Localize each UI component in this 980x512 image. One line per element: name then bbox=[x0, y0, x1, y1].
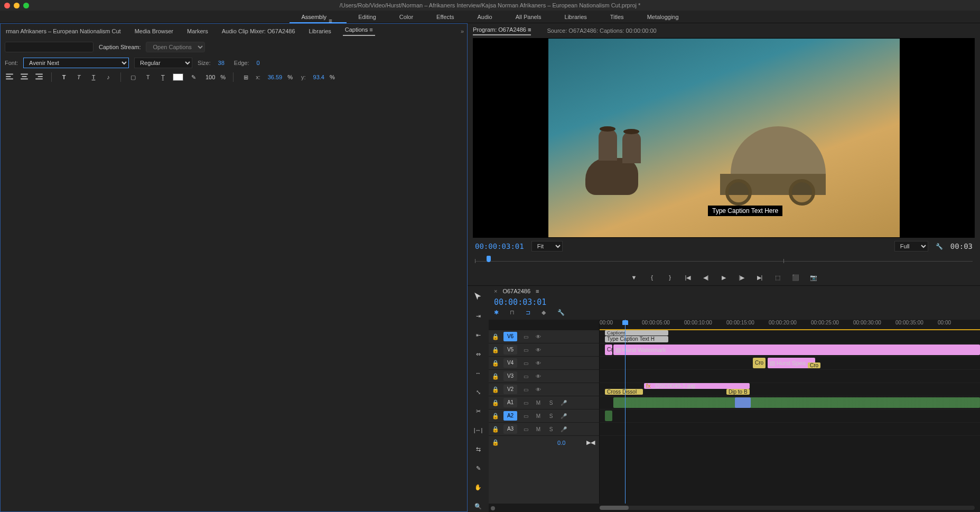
lock-icon[interactable]: 🔒 bbox=[492, 399, 499, 406]
workspace-effects[interactable]: Effects bbox=[425, 11, 465, 23]
bg-box-icon[interactable]: ▢ bbox=[128, 72, 138, 82]
linked-selection-icon[interactable]: ⊐ bbox=[526, 309, 535, 319]
clip-dip-to-black[interactable]: Dip to B bbox=[726, 389, 750, 395]
sync-lock-icon[interactable]: ▭ bbox=[521, 347, 530, 353]
solo-icon[interactable]: S bbox=[547, 413, 555, 419]
clip-audio-a1[interactable] bbox=[613, 397, 980, 408]
tab-media-browser[interactable]: Media Browser bbox=[133, 28, 175, 34]
snap-icon[interactable]: ⊓ bbox=[510, 309, 519, 319]
workspace-titles[interactable]: Titles bbox=[599, 11, 636, 23]
sync-lock-icon[interactable]: ▭ bbox=[521, 413, 530, 419]
hand-tool-icon[interactable]: ✋ bbox=[472, 481, 484, 493]
track-header-a2[interactable]: 🔒A2▭MS🎤 bbox=[489, 409, 599, 423]
sync-lock-icon[interactable]: ▭ bbox=[521, 374, 530, 379]
pen-tool-icon[interactable]: ✎ bbox=[472, 462, 484, 474]
zoom-full-select[interactable]: Full bbox=[894, 241, 928, 252]
clip-hurst-watermark[interactable]: ▧ Hurst Watermark bbox=[613, 345, 980, 355]
size-value[interactable]: 38 bbox=[218, 60, 225, 66]
go-to-out-icon[interactable]: ▶| bbox=[755, 273, 764, 282]
eye-icon[interactable]: 👁 bbox=[534, 347, 543, 353]
clip-track-a2[interactable] bbox=[600, 409, 980, 423]
tab-audio-clip-mixer[interactable]: Audio Clip Mixer: O67A2486 bbox=[220, 28, 297, 34]
clip-cro1[interactable]: Cro bbox=[753, 358, 766, 368]
go-to-in-icon[interactable]: |◀ bbox=[683, 273, 693, 282]
lift-icon[interactable]: ⬚ bbox=[773, 273, 782, 282]
master-value[interactable]: 0.0 bbox=[557, 440, 565, 446]
track-a3-label[interactable]: A3 bbox=[503, 424, 517, 434]
track-header-a3[interactable]: 🔒A3▭MS🎤 bbox=[489, 423, 599, 436]
sync-lock-icon[interactable]: ▭ bbox=[521, 400, 530, 406]
clip-track-a1[interactable] bbox=[600, 396, 980, 409]
tab-project[interactable]: rman Afrikaners – European Nationalism C… bbox=[4, 28, 123, 34]
record-icon[interactable]: 🎤 bbox=[559, 413, 568, 419]
clip-track-v6[interactable]: Captions Type Caption Text H bbox=[600, 330, 980, 343]
tab-markers[interactable]: Markers bbox=[185, 28, 210, 34]
video-monitor[interactable]: Type Caption Text Here bbox=[473, 38, 975, 238]
marker-icon[interactable]: ◆ bbox=[542, 309, 551, 319]
tabs-overflow-icon[interactable]: » bbox=[461, 28, 464, 34]
settings-icon[interactable]: 🔧 bbox=[936, 243, 943, 250]
clip-caption-text[interactable]: Type Caption Text H bbox=[605, 336, 668, 342]
step-back-icon[interactable]: ◀| bbox=[701, 273, 711, 282]
workspace-audio[interactable]: Audio bbox=[466, 11, 504, 23]
workspace-libraries[interactable]: Libraries bbox=[553, 11, 599, 23]
program-scrubber[interactable] bbox=[475, 255, 973, 269]
sequence-name[interactable]: O67A2486 bbox=[502, 288, 530, 294]
eyedropper-icon[interactable]: ✎ bbox=[189, 72, 198, 82]
clip-cro2[interactable]: Cro bbox=[808, 362, 820, 368]
track-a2-label[interactable]: A2 bbox=[503, 411, 517, 421]
playhead[interactable] bbox=[625, 320, 626, 504]
lock-icon[interactable]: 🔒 bbox=[492, 439, 499, 446]
track-header-v3[interactable]: 🔒V3▭👁 bbox=[489, 370, 599, 383]
track-select-back-icon[interactable]: ⇤ bbox=[472, 329, 484, 341]
caption-search-input[interactable] bbox=[5, 42, 94, 52]
mute-icon[interactable]: M bbox=[534, 426, 543, 432]
align-left-icon[interactable] bbox=[5, 72, 14, 82]
zoom-fit-select[interactable]: Fit bbox=[531, 241, 563, 252]
track-v6-label[interactable]: V6 bbox=[503, 332, 517, 341]
edge-value[interactable]: 0 bbox=[257, 60, 260, 66]
clip-track-a3[interactable] bbox=[600, 423, 980, 436]
lock-icon[interactable]: 🔒 bbox=[492, 373, 499, 380]
track-v5-label[interactable]: V5 bbox=[503, 345, 517, 355]
track-header-v2[interactable]: 🔒V2▭👁 bbox=[489, 383, 599, 396]
clip-audio-a2[interactable] bbox=[605, 411, 612, 421]
record-icon[interactable]: 🎤 bbox=[559, 426, 568, 432]
mark-in-icon[interactable]: { bbox=[647, 273, 657, 282]
workspace-editing[interactable]: Editing bbox=[347, 11, 388, 23]
track-header-a1[interactable]: 🔒A1▭MS🎤 bbox=[489, 396, 599, 409]
mark-out-icon[interactable]: } bbox=[665, 273, 675, 282]
font-weight-select[interactable]: Regular bbox=[134, 58, 192, 68]
track-a1-label[interactable]: A1 bbox=[503, 398, 517, 407]
sync-lock-icon[interactable]: ▭ bbox=[521, 334, 530, 340]
settings-icon[interactable]: 🔧 bbox=[557, 309, 567, 319]
add-marker-icon[interactable]: ▼ bbox=[629, 273, 639, 282]
lock-icon[interactable]: 🔒 bbox=[492, 347, 499, 353]
underline-icon[interactable]: T bbox=[89, 72, 98, 82]
italic-icon[interactable]: T bbox=[74, 72, 83, 82]
rolling-edit-icon[interactable]: ↔ bbox=[472, 367, 484, 379]
export-frame-icon[interactable]: 📷 bbox=[809, 273, 818, 282]
minimize-window-button[interactable] bbox=[14, 3, 20, 8]
track-header-v6[interactable]: 🔒V6▭👁 bbox=[489, 330, 599, 343]
panel-menu-icon[interactable]: ≡ bbox=[329, 14, 335, 21]
music-note-icon[interactable]: ♪ bbox=[104, 72, 113, 82]
bold-icon[interactable]: T bbox=[59, 72, 69, 82]
close-window-button[interactable] bbox=[4, 3, 10, 8]
panel-menu-icon[interactable]: ≡ bbox=[369, 26, 372, 33]
clip-cross-dissolve[interactable]: Cross Dissol bbox=[605, 389, 643, 395]
close-seq-icon[interactable]: × bbox=[494, 288, 497, 294]
solo-icon[interactable]: S bbox=[547, 400, 555, 406]
track-header-master[interactable]: 🔒0.0▶◀ bbox=[489, 436, 599, 449]
record-icon[interactable]: 🎤 bbox=[559, 400, 568, 406]
sync-lock-icon[interactable]: ▭ bbox=[521, 360, 530, 366]
tab-program[interactable]: Program: O67A2486 ≡ bbox=[473, 26, 531, 35]
zoom-tool-icon[interactable]: 🔍 bbox=[472, 500, 484, 512]
track-v4-label[interactable]: V4 bbox=[503, 358, 517, 368]
panel-menu-icon[interactable]: ≡ bbox=[536, 288, 539, 294]
timeline-timecode[interactable]: 00:00:03:01 bbox=[489, 296, 980, 308]
insert-mode-icon[interactable]: ✱ bbox=[494, 309, 503, 319]
clips-area[interactable]: 00:00 00:00:05:00 00:00:10:00 00:00:15:0… bbox=[600, 320, 980, 504]
step-forward-icon[interactable]: |▶ bbox=[737, 273, 746, 282]
track-v3-label[interactable]: V3 bbox=[503, 371, 517, 381]
